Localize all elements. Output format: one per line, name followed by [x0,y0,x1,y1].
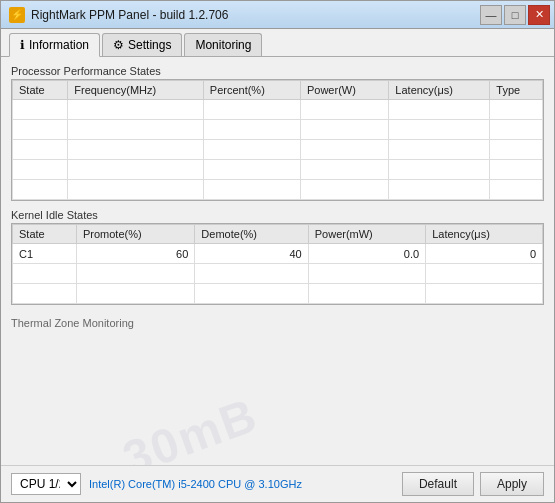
kernel-section: 30mB Kernel Idle States State Promote(%)… [11,209,544,305]
cpu-selector[interactable]: CPU 1/2 CPU 2/2 [11,473,81,495]
thermal-zone-label: Thermal Zone Monitoring [11,317,544,329]
kernel-section-label: Kernel Idle States [11,209,544,221]
processor-section-label: Processor Performance States [11,65,544,77]
main-content: Processor Performance States State Frequ… [1,57,554,465]
watermark: 30mB [116,387,265,465]
kernel-row-promote: 60 [76,244,194,264]
kernel-row-state: C1 [13,244,77,264]
tab-monitoring-label: Monitoring [195,38,251,52]
table-row [13,264,543,284]
bottom-left: CPU 1/2 CPU 2/2 Intel(R) Core(TM) i5-240… [11,473,302,495]
kcol-latency: Latency(μs) [426,225,543,244]
tab-bar: ℹ Information ⚙ Settings Monitoring [1,29,554,57]
kcol-promote: Promote(%) [76,225,194,244]
table-row [13,160,543,180]
kcol-state: State [13,225,77,244]
kcol-power: Power(mW) [308,225,425,244]
table-row [13,100,543,120]
title-bar: ⚡ RightMark PPM Panel - build 1.2.706 — … [1,1,554,29]
kernel-table-container: State Promote(%) Demote(%) Power(mW) Lat… [11,223,544,305]
table-row [13,180,543,200]
col-state: State [13,81,68,100]
processor-table-header: State Frequency(MHz) Percent(%) Power(W)… [13,81,543,100]
title-bar-left: ⚡ RightMark PPM Panel - build 1.2.706 [9,7,228,23]
col-frequency: Frequency(MHz) [68,81,204,100]
processor-section: Processor Performance States State Frequ… [11,65,544,201]
maximize-button[interactable]: □ [504,5,526,25]
tab-monitoring[interactable]: Monitoring [184,33,262,56]
app-icon: ⚡ [9,7,25,23]
window-controls: — □ ✕ [480,5,550,25]
kernel-table: State Promote(%) Demote(%) Power(mW) Lat… [12,224,543,304]
kernel-table-header: State Promote(%) Demote(%) Power(mW) Lat… [13,225,543,244]
table-row: C1 60 40 0.0 0 [13,244,543,264]
col-percent: Percent(%) [203,81,300,100]
bottom-right: Default Apply [402,472,544,496]
kernel-row-demote: 40 [195,244,308,264]
table-row [13,140,543,160]
table-row [13,120,543,140]
col-latency: Latency(μs) [389,81,490,100]
tab-information-label: Information [29,38,89,52]
processor-table: State Frequency(MHz) Percent(%) Power(W)… [12,80,543,200]
close-button[interactable]: ✕ [528,5,550,25]
minimize-button[interactable]: — [480,5,502,25]
kernel-row-latency: 0 [426,244,543,264]
tab-settings-label: Settings [128,38,171,52]
tab-settings[interactable]: ⚙ Settings [102,33,182,56]
col-type: Type [490,81,543,100]
main-window: ⚡ RightMark PPM Panel - build 1.2.706 — … [0,0,555,503]
kcol-demote: Demote(%) [195,225,308,244]
window-title: RightMark PPM Panel - build 1.2.706 [31,8,228,22]
processor-table-container: State Frequency(MHz) Percent(%) Power(W)… [11,79,544,201]
col-power: Power(W) [300,81,388,100]
default-button[interactable]: Default [402,472,474,496]
information-tab-icon: ℹ [20,38,25,52]
tab-information[interactable]: ℹ Information [9,33,100,57]
settings-tab-icon: ⚙ [113,38,124,52]
bottom-bar: CPU 1/2 CPU 2/2 Intel(R) Core(TM) i5-240… [1,465,554,502]
apply-button[interactable]: Apply [480,472,544,496]
kernel-row-power: 0.0 [308,244,425,264]
cpu-info-label: Intel(R) Core(TM) i5-2400 CPU @ 3.10GHz [89,478,302,490]
table-row [13,284,543,304]
